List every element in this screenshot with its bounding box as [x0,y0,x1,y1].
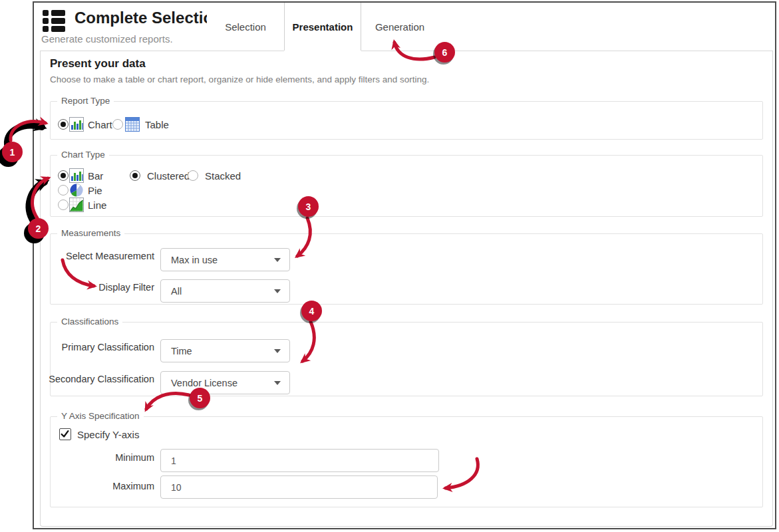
minimum-label: Minimum [115,452,154,463]
callout-badge-2: 2 [28,218,49,239]
fieldset-measurements: Measurements Select Measurement Max in u… [50,233,763,305]
fieldset-y-axis: Y Axis Specification Specify Y-axis Mini… [50,416,763,507]
page-subtitle: Generate customized reports. [41,33,173,45]
measurements-legend: Measurements [57,228,124,238]
bar-chart-icon [69,117,84,132]
radio-stacked[interactable] [188,170,198,181]
display-filter-dropdown[interactable]: All [160,279,290,303]
callout-badge-1: 1 [2,142,23,162]
maximum-input[interactable] [160,475,438,499]
chart-option-label: Chart [88,119,112,130]
fieldset-report-type: Report Type Chart Table [50,101,763,140]
section-description: Choose to make a table or chart report, … [50,74,429,84]
chevron-down-icon [274,349,281,353]
radio-pie[interactable] [58,185,69,196]
section-heading: Present your data [50,57,146,70]
radio-line[interactable] [58,200,69,210]
primary-classification-dropdown[interactable]: Time [160,339,290,362]
radio-bar[interactable] [58,170,69,181]
checkmark-icon [60,429,70,439]
chevron-down-icon [274,381,281,385]
tab-generation[interactable]: Generation [361,3,438,51]
chevron-down-icon [274,289,281,293]
fieldset-chart-type: Chart Type Bar Clustered Stacked Pie [50,155,763,217]
minimum-input[interactable] [160,449,439,472]
table-icon [125,117,140,132]
header-divider-left [40,51,284,51]
page-title: Complete Selection [75,9,223,27]
header-divider-right [361,51,773,51]
select-measurement-label: Select Measurement [66,251,154,261]
tab-presentation[interactable]: Presentation [284,3,361,51]
display-filter-label: Display Filter [98,282,154,293]
line-chart-icon [69,198,84,212]
line-option-label: Line [88,200,106,211]
specify-y-axis-checkbox[interactable] [59,428,71,440]
specify-y-axis-label: Specify Y-axis [77,429,139,440]
table-option-label: Table [145,119,169,130]
pie-option-label: Pie [88,185,102,196]
bar-chart-icon [69,168,84,183]
secondary-classification-dropdown[interactable]: Vendor License [160,371,290,394]
classifications-legend: Classifications [57,317,122,327]
callout-badge-5: 5 [190,388,210,408]
primary-classification-label: Primary Classification [62,342,154,352]
fieldset-classifications: Classifications Primary Classification T… [50,322,763,396]
stacked-option-label: Stacked [205,170,241,182]
select-measurement-dropdown[interactable]: Max in use [160,248,290,271]
list-icon [41,8,67,33]
page: Complete Selection Generate customized r… [0,0,779,532]
maximum-label: Maximum [112,481,154,491]
secondary-classification-label: Secondary Classification [49,374,154,384]
callout-badge-6: 6 [434,42,455,63]
chevron-down-icon [274,258,281,262]
pie-chart-icon [69,183,84,198]
callout-badge-4: 4 [301,301,322,321]
report-type-legend: Report Type [57,96,114,106]
callout-badge-3: 3 [298,196,319,217]
clustered-option-label: Clustered [147,170,190,182]
tab-selection[interactable]: Selection [207,3,284,51]
y-axis-legend: Y Axis Specification [57,411,144,421]
radio-clustered[interactable] [130,170,140,181]
radio-chart[interactable] [58,119,69,130]
chart-type-legend: Chart Type [57,150,109,160]
bar-option-label: Bar [88,170,103,182]
radio-table[interactable] [112,119,123,130]
